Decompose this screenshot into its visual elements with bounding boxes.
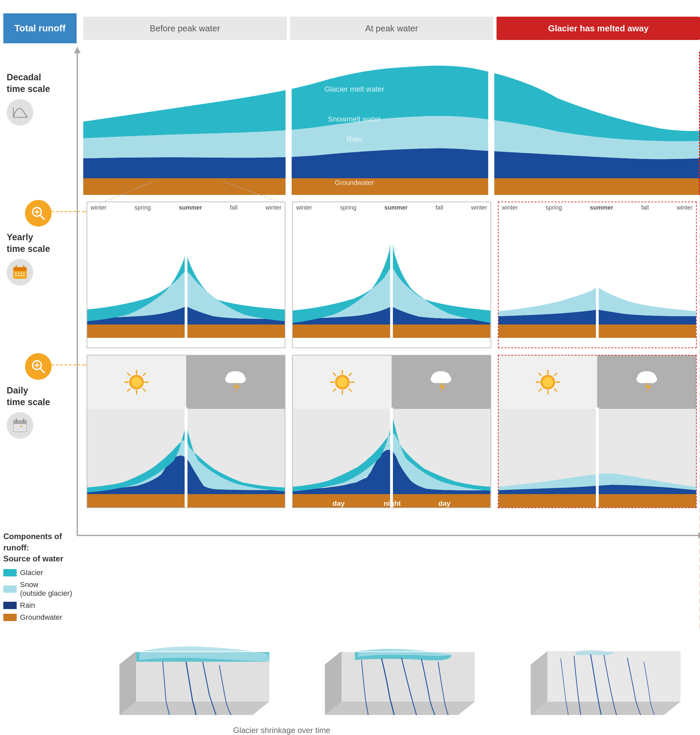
calendar-icon — [12, 265, 28, 280]
legend-snow: Snow(outside glacier) — [3, 580, 76, 598]
svg-rect-23 — [23, 275, 25, 276]
bottom-caption: Glacier shrinkage over time — [233, 726, 330, 735]
daily-melted-panel — [498, 355, 697, 508]
svg-line-65 — [128, 373, 130, 376]
svg-rect-40 — [23, 428, 25, 430]
decadal-label: Decadaltime scale — [7, 72, 76, 125]
svg-rect-19 — [23, 272, 25, 274]
legend-title: Components ofrunoff:Source of water — [3, 531, 76, 564]
glacier-illustrations — [83, 635, 700, 728]
legend-color-rain — [3, 602, 17, 609]
daily-melted-sunny — [499, 355, 597, 409]
svg-rect-13 — [13, 270, 26, 271]
chart-icon — [12, 106, 28, 119]
legend-rain: Rain — [3, 601, 76, 610]
yearly-before-seasons: winter spring summer fall winter — [87, 202, 285, 211]
svg-point-70 — [225, 375, 236, 383]
svg-rect-17 — [18, 272, 19, 274]
svg-rect-30 — [13, 423, 26, 424]
daily-label: Dailytime scale — [7, 385, 76, 439]
svg-text:Rain: Rain — [347, 135, 362, 143]
yearly-before-svg — [87, 211, 285, 338]
svg-point-60 — [131, 377, 142, 387]
yearly-melted-svg — [499, 211, 696, 338]
svg-text:day: day — [438, 500, 451, 507]
svg-line-84 — [333, 389, 336, 391]
daily-before-panel — [87, 355, 285, 508]
svg-rect-20 — [15, 275, 17, 276]
legend-color-groundwater — [3, 614, 17, 621]
svg-line-83 — [349, 373, 351, 376]
svg-line-66 — [143, 389, 146, 391]
yearly-panels: winter spring summer fall winter — [83, 202, 700, 348]
rainy-side — [186, 355, 285, 409]
magnifier-2 — [25, 353, 51, 380]
svg-line-81 — [333, 373, 336, 376]
svg-rect-36 — [23, 426, 25, 427]
magnifier-icon-2 — [30, 358, 46, 374]
at-peak-header: At peak water — [290, 17, 494, 40]
total-runoff-header: Total runoff — [3, 13, 76, 43]
header-row: Total runoff Before peak water At peak w… — [0, 10, 700, 47]
decadal-title: Decadaltime scale — [7, 72, 76, 95]
daily-melted-rainy — [597, 355, 696, 409]
before-peak-header: Before peak water — [83, 17, 287, 40]
daily-at-rainy — [392, 355, 491, 409]
yearly-at-svg — [293, 211, 490, 338]
legend: Components ofrunoff:Source of water Glac… — [3, 531, 76, 625]
svg-point-106 — [646, 375, 657, 383]
svg-rect-35 — [20, 426, 22, 427]
daily-at-sunny — [293, 355, 392, 409]
svg-text:Groundwater: Groundwater — [335, 179, 374, 186]
y-axis — [76, 52, 78, 535]
daily-at-chart: day night day — [293, 408, 490, 507]
yearly-melted-panel: winter spring summer fall winter — [498, 202, 697, 348]
magnifier-1 — [25, 200, 51, 227]
daily-before-chart — [87, 408, 285, 507]
svg-rect-37 — [15, 428, 17, 430]
daily-melted-weather — [499, 355, 696, 409]
decadal-svg: Glacier melt water Snowmelt water Rain G… — [83, 52, 700, 195]
svg-text:day: day — [333, 500, 345, 507]
svg-line-100 — [539, 373, 541, 376]
svg-rect-22 — [20, 275, 22, 276]
yearly-at-panel: winter spring summer fall winter — [292, 202, 491, 348]
svg-marker-121 — [531, 702, 680, 715]
svg-rect-109 — [596, 408, 599, 507]
svg-rect-56 — [596, 211, 599, 338]
svg-text:night: night — [384, 500, 401, 507]
daily-icon — [7, 412, 33, 439]
sunny-side — [87, 355, 186, 409]
svg-line-67 — [143, 373, 146, 376]
svg-line-68 — [128, 389, 130, 391]
svg-point-95 — [543, 377, 553, 387]
svg-rect-39 — [20, 428, 22, 430]
legend-color-snow — [3, 585, 17, 593]
sun-icon-3 — [534, 369, 561, 395]
svg-rect-16 — [15, 272, 17, 274]
svg-rect-33 — [15, 426, 17, 427]
svg-text:Snowmelt water: Snowmelt water — [328, 115, 381, 123]
svg-text:Glacier melt water: Glacier melt water — [324, 85, 385, 93]
yearly-icon — [7, 259, 33, 286]
svg-line-82 — [349, 389, 351, 391]
main-content: Decadaltime scale Yearlyti — [0, 52, 700, 735]
svg-point-86 — [431, 375, 441, 383]
daily-panels: day night day — [83, 355, 700, 508]
legend-color-glacier — [3, 569, 17, 576]
svg-line-8 — [40, 215, 44, 219]
svg-rect-38 — [18, 428, 19, 430]
svg-point-105 — [637, 375, 647, 383]
glacier-illus-1 — [90, 635, 282, 728]
daily-title: Dailytime scale — [7, 385, 76, 408]
svg-rect-54 — [390, 211, 393, 338]
daily-at-panel: day night day — [292, 355, 491, 508]
storm-icon — [221, 367, 250, 397]
yearly-before-panel: winter spring summer fall winter — [87, 202, 285, 348]
sun-icon — [123, 369, 150, 395]
svg-line-25 — [40, 368, 44, 373]
storm-icon-3 — [632, 367, 662, 397]
svg-rect-18 — [20, 272, 22, 274]
x-axis — [76, 535, 700, 536]
decadal-chart: Glacier melt water Snowmelt water Rain G… — [83, 52, 700, 195]
